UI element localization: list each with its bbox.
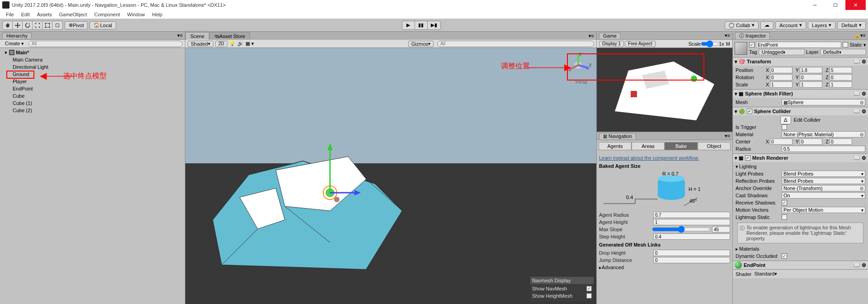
nav-tab-areas[interactable]: Areas (632, 142, 665, 150)
max-slope-slider[interactable] (652, 226, 710, 233)
hierarchy-item[interactable]: Main Camera (0, 56, 185, 63)
minimize-button[interactable]: ─ (805, 0, 825, 10)
scene-search-input[interactable] (437, 41, 594, 47)
edit-collider-button[interactable]: ᐃ (780, 116, 791, 124)
create-dropdown[interactable]: Create ▾ (2, 41, 27, 47)
gameobject-name-input[interactable] (756, 42, 841, 48)
scale-slider[interactable] (701, 40, 719, 48)
rot-z-input[interactable] (830, 74, 852, 81)
show-heightmesh-checkbox[interactable] (586, 293, 592, 299)
pause-button[interactable]: ▮▮ (415, 21, 428, 29)
shader-dropdown[interactable]: Standard▾ (754, 271, 865, 277)
layout-dropdown[interactable]: Default ▾ (837, 21, 866, 29)
gear-icon[interactable]: ⚙ (862, 59, 866, 65)
lighting-foldout[interactable]: ▾ Lighting (736, 163, 865, 170)
rotate-tool-button[interactable] (23, 21, 33, 29)
scale-z-input[interactable] (830, 81, 852, 88)
cloud-button[interactable]: ☁ (760, 21, 774, 29)
nav-workflow-link[interactable]: Learn instead about the component workfl… (599, 154, 730, 162)
move-tool-button[interactable] (13, 21, 23, 29)
maximize-button[interactable]: ☐ (825, 0, 845, 10)
layers-dropdown[interactable]: Layers ▾ (808, 21, 835, 29)
gear-icon[interactable]: ⚙ (862, 109, 866, 114)
show-navmesh-checkbox[interactable] (586, 286, 592, 291)
hierarchy-search-input[interactable] (28, 41, 183, 47)
active-checkbox[interactable] (749, 42, 755, 48)
collider-enabled-checkbox[interactable] (747, 109, 752, 114)
play-button[interactable]: ▶ (402, 21, 415, 29)
fx-icon[interactable]: ▦ ▾ (245, 41, 254, 47)
pos-x-input[interactable] (770, 67, 793, 73)
collab-dropdown[interactable]: ◯ Collab ▾ (725, 21, 759, 29)
panel-menu-icon[interactable]: ▾≡ (177, 33, 183, 38)
transform-tool-button[interactable] (52, 21, 62, 29)
rot-y-input[interactable] (800, 74, 822, 81)
center-x-input[interactable] (770, 138, 793, 145)
rot-x-input[interactable] (770, 74, 793, 81)
center-y-input[interactable] (800, 138, 822, 145)
menu-assets[interactable]: Assets (33, 12, 56, 17)
light-icon[interactable]: 💡 (229, 41, 236, 47)
hand-tool-button[interactable] (3, 21, 13, 29)
agent-radius-input[interactable] (653, 212, 730, 218)
light-probes-dropdown[interactable]: Blend Probes▾ (782, 171, 865, 177)
account-dropdown[interactable]: Account ▾ (775, 21, 806, 29)
scale-tool-button[interactable] (33, 21, 42, 29)
dynamic-occluded-checkbox[interactable] (782, 253, 787, 259)
help-icon[interactable]: 📖 (854, 59, 860, 65)
inspector-tab[interactable]: ⓘ Inspector (735, 32, 770, 39)
materials-foldout[interactable]: ▸ Materials (736, 245, 865, 252)
gear-icon[interactable]: ⚙ (862, 91, 866, 97)
help-icon[interactable]: 📖 (854, 262, 860, 268)
panel-menu-icon[interactable]: ▾≡ (725, 133, 730, 139)
rect-tool-button[interactable] (42, 21, 52, 29)
gameobject-icon[interactable] (735, 42, 747, 55)
hierarchy-tab[interactable]: Hierarchy (2, 33, 32, 38)
pos-y-input[interactable] (800, 67, 822, 73)
scene-root[interactable]: ▾Main* (0, 49, 185, 56)
nav-tab-agents[interactable]: Agents (599, 142, 632, 150)
aspect-dropdown[interactable]: Free Aspect (625, 41, 655, 47)
collider-header[interactable]: ▾ 🟢 Sphere Collider📖 ⚙ (733, 107, 868, 115)
shaded-dropdown[interactable]: Shaded ▾ (188, 41, 213, 47)
gear-icon[interactable]: ⚙ (862, 262, 866, 268)
material-header[interactable]: EndPoint📖 ⚙ (733, 261, 868, 269)
is-trigger-checkbox[interactable] (782, 124, 787, 130)
renderer-enabled-checkbox[interactable] (745, 155, 750, 161)
display-dropdown[interactable]: Display 1 (599, 41, 624, 47)
pivot-button[interactable]: ⊕ Pivot (65, 21, 88, 29)
motion-vectors-dropdown[interactable]: Per Object Motion▾ (782, 207, 865, 213)
advanced-foldout[interactable]: ▸ Advanced (599, 264, 730, 271)
nav-tab-bake[interactable]: Bake (665, 142, 698, 150)
agent-height-input[interactable] (653, 219, 730, 225)
mesh-field[interactable]: ▦ Sphere⊙ (782, 99, 865, 105)
transform-gizmo-icon[interactable] (316, 138, 362, 206)
step-height-input[interactable] (653, 233, 730, 240)
transform-header[interactable]: ▾ 🎯 Transform📖 ⚙ (733, 57, 868, 66)
hierarchy-item[interactable]: Cube (1) (0, 100, 185, 107)
local-button[interactable]: 🏠 Local (90, 21, 116, 29)
scene-tab[interactable]: Scene (185, 32, 209, 40)
center-z-input[interactable] (830, 138, 852, 145)
tag-dropdown[interactable]: Untagged ▾ (759, 49, 805, 55)
static-checkbox[interactable] (843, 42, 848, 48)
help-icon[interactable]: 📖 (854, 109, 860, 114)
game-view[interactable] (597, 48, 732, 132)
hierarchy-item[interactable]: Directional Light (0, 63, 185, 71)
game-tab[interactable]: Game (599, 33, 621, 38)
anchor-field[interactable]: None (Transform)⊙ (782, 185, 865, 191)
menu-help[interactable]: Help (148, 12, 166, 17)
physic-material-field[interactable]: None (Physic Material)⊙ (782, 131, 865, 138)
radius-input[interactable] (782, 146, 865, 152)
cast-shadows-dropdown[interactable]: On▾ (782, 192, 865, 199)
audio-icon[interactable]: 🔊 (237, 41, 244, 47)
panel-menu-icon[interactable]: ▾≡ (860, 33, 866, 38)
pos-z-input[interactable] (830, 67, 852, 73)
menu-gameobject[interactable]: GameObject (56, 12, 91, 17)
help-icon[interactable]: 📖 (854, 155, 860, 161)
menu-file[interactable]: File (2, 12, 18, 17)
panel-menu-icon[interactable]: ▾≡ (725, 33, 730, 38)
nav-tab-object[interactable]: Object (698, 142, 731, 150)
menu-window[interactable]: Window (123, 12, 148, 17)
hierarchy-item-selected[interactable]: EndPoint (0, 85, 185, 92)
